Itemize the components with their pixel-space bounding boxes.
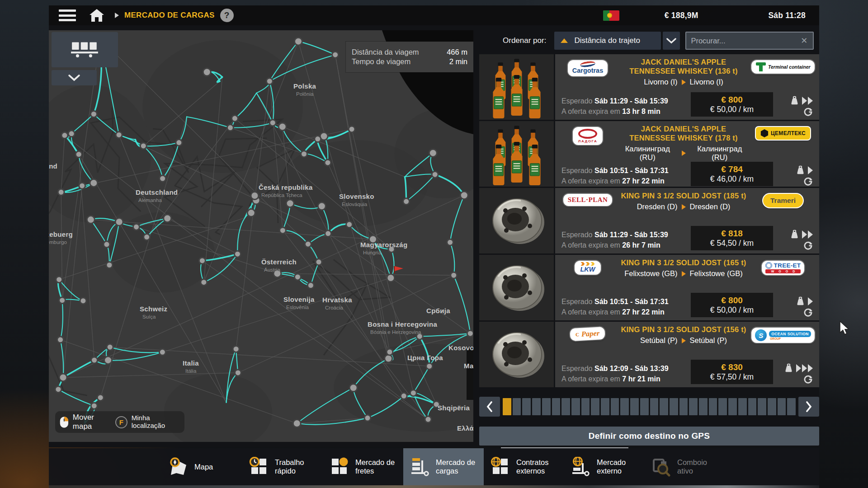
nav-tab-label: Comboio ativo bbox=[677, 458, 724, 475]
page-cell[interactable] bbox=[689, 398, 698, 415]
job-price: € 818 bbox=[721, 229, 743, 239]
origin-city: Setúbal (P) bbox=[640, 336, 678, 345]
page-cell[interactable] bbox=[768, 398, 776, 415]
search-box[interactable]: ✕ bbox=[685, 32, 814, 50]
svg-text:Eslováquia: Eslováquia bbox=[342, 202, 368, 207]
shipper-logo: CPaper bbox=[570, 327, 606, 341]
shipper-logo: Cargotras bbox=[568, 60, 608, 76]
page-cell[interactable] bbox=[738, 398, 747, 415]
page-cell[interactable] bbox=[561, 398, 570, 415]
tab-comboio-ativo[interactable]: Comboio ativo bbox=[645, 448, 725, 485]
cargo-image bbox=[479, 322, 554, 387]
page-cell[interactable] bbox=[660, 398, 668, 415]
map-hint-bar: Mover mapa F Minha localização bbox=[55, 411, 184, 433]
world-map[interactable]: NederlandHolandaPolskaPolôniaDeutschland… bbox=[49, 30, 473, 442]
sort-value: Distância do trajeto bbox=[574, 36, 640, 45]
page-cell[interactable] bbox=[630, 398, 639, 415]
page-cell[interactable] bbox=[758, 398, 766, 415]
cargo-weight-icon bbox=[796, 296, 805, 306]
svg-text:Македонија: Македонија bbox=[464, 362, 473, 370]
page-cell[interactable] bbox=[670, 398, 678, 415]
page-cell[interactable] bbox=[650, 398, 659, 415]
next-page-button[interactable] bbox=[798, 397, 819, 417]
trip-info-panel: Distância da viagem 466 m Tempo de viage… bbox=[346, 42, 473, 72]
chevron-right-icon bbox=[806, 401, 812, 412]
tab-contratos-externos[interactable]: Contratos externos bbox=[484, 448, 564, 485]
expiry-time: 13 hr 8 min bbox=[622, 108, 660, 115]
job-price-box: € 784 € 46,00 / km bbox=[691, 162, 773, 186]
svg-text:Eslovênia: Eslovênia bbox=[286, 305, 309, 310]
page-cell[interactable] bbox=[709, 398, 717, 415]
previous-page-button[interactable] bbox=[479, 397, 500, 417]
map-legend-button[interactable] bbox=[52, 32, 118, 67]
job-route: Калининград (RU) Калининград (RU) bbox=[618, 145, 750, 162]
sort-dropdown-open-button[interactable] bbox=[663, 32, 680, 50]
page-cell[interactable] bbox=[611, 398, 619, 415]
job-card[interactable]: Cargotras JACK DANIEL'S APPLE TENNESSEE … bbox=[479, 54, 819, 120]
job-card-body: ЛАДОГА JACK DANIEL'S APPLE TENNESSEE WHI… bbox=[555, 121, 819, 187]
player-money: € 188,9M bbox=[665, 11, 698, 20]
tab-mercado-externo[interactable]: Mercado externo bbox=[564, 448, 645, 485]
route-arrow-icon bbox=[682, 338, 686, 343]
freight-panel: Ordenar por: Distância do trajeto ✕ Carg… bbox=[479, 31, 819, 446]
svg-text:Alemanha: Alemanha bbox=[138, 197, 162, 203]
menu-icon[interactable] bbox=[59, 9, 76, 21]
page-cell[interactable] bbox=[787, 398, 796, 415]
home-icon[interactable] bbox=[89, 9, 105, 22]
job-card[interactable]: SELL·PLAN KING PIN 3 1/2 SOLID JOST (185… bbox=[479, 188, 819, 253]
page-cells bbox=[503, 398, 796, 415]
page-cell[interactable] bbox=[778, 398, 786, 415]
set-gps-destination-button[interactable]: Definir como destino no GPS bbox=[479, 427, 819, 446]
top-bar: MERCADO DE CARGAS ? € 188,9M Sáb 11:28 bbox=[49, 5, 819, 25]
clear-search-icon[interactable]: ✕ bbox=[800, 36, 808, 46]
sort-dropdown[interactable]: Distância do trajeto bbox=[554, 32, 661, 50]
nav-tab-icon bbox=[410, 457, 430, 477]
tab-mapa[interactable]: Mapa bbox=[162, 448, 242, 485]
receiver-logo: SOCEAN SOLUTIONGROUP bbox=[751, 328, 815, 343]
page-cell[interactable] bbox=[718, 398, 727, 415]
nav-tab-label: Mercado de cargas bbox=[436, 458, 483, 475]
page-cell[interactable] bbox=[591, 398, 599, 415]
job-card[interactable]: ЛАДОГА JACK DANIEL'S APPLE TENNESSEE WHI… bbox=[479, 121, 819, 187]
search-input[interactable] bbox=[691, 37, 800, 45]
page-cell[interactable] bbox=[601, 398, 609, 415]
page-cell[interactable] bbox=[640, 398, 649, 415]
page-cell[interactable] bbox=[679, 398, 688, 415]
job-card[interactable]: LKW KING PIN 3 1/2 SOLID JOST (165 t) Fe… bbox=[479, 255, 819, 320]
nav-tab-label: Mercado de fretes bbox=[355, 458, 402, 475]
svg-text:Nederland: Nederland bbox=[49, 162, 57, 170]
page-cell[interactable] bbox=[552, 398, 561, 415]
tab-mercado-de-cargas[interactable]: Mercado de cargas bbox=[403, 448, 484, 485]
page-cell[interactable] bbox=[522, 398, 531, 415]
page-cell[interactable] bbox=[581, 398, 590, 415]
job-rate-per-km: € 50,00 / km bbox=[710, 105, 754, 114]
svg-text:Suíça: Suíça bbox=[142, 314, 156, 319]
svg-text:Magyarország: Magyarország bbox=[360, 241, 407, 249]
page-cell[interactable] bbox=[571, 398, 580, 415]
game-time: Sáb 11:28 bbox=[768, 11, 806, 20]
page-cell[interactable] bbox=[620, 398, 629, 415]
page-cell[interactable] bbox=[748, 398, 757, 415]
shipper-logo: ЛАДОГА bbox=[573, 127, 603, 145]
breadcrumb: MERCADO DE CARGAS bbox=[124, 11, 215, 20]
page-cell[interactable] bbox=[728, 398, 737, 415]
job-rate-per-km: € 46,00 / km bbox=[710, 174, 754, 184]
page-cell[interactable] bbox=[532, 398, 541, 415]
svg-text:Slovenija: Slovenija bbox=[283, 296, 315, 303]
job-title: JACK DANIEL'S APPLE TENNESSEE WHISKEY (1… bbox=[618, 57, 750, 75]
job-price-box: € 830 € 57,50 / km bbox=[691, 360, 773, 384]
help-icon[interactable]: ? bbox=[220, 9, 234, 22]
page-cell-active[interactable] bbox=[503, 398, 511, 415]
trip-time-label: Tempo de viagem bbox=[352, 57, 410, 66]
tab-mercado-de-fretes[interactable]: Mercado de fretes bbox=[323, 448, 403, 485]
page-cell[interactable] bbox=[699, 398, 708, 415]
page-cell[interactable] bbox=[542, 398, 551, 415]
chevron-left-icon bbox=[486, 401, 493, 412]
tab-trabalho-r-pido[interactable]: Trabalho rápido bbox=[242, 448, 323, 485]
job-card[interactable]: CPaper KING PIN 3 1/2 SOLID JOST (156 t)… bbox=[479, 322, 819, 387]
page-cell[interactable] bbox=[513, 398, 521, 415]
map-collapse-button[interactable] bbox=[52, 70, 97, 85]
job-route: Felixstowe (GB) Felixstowe (GB) bbox=[618, 269, 750, 278]
shipper-logo: SELL·PLAN bbox=[563, 194, 613, 206]
nav-tab-label: Mapa bbox=[194, 463, 213, 471]
